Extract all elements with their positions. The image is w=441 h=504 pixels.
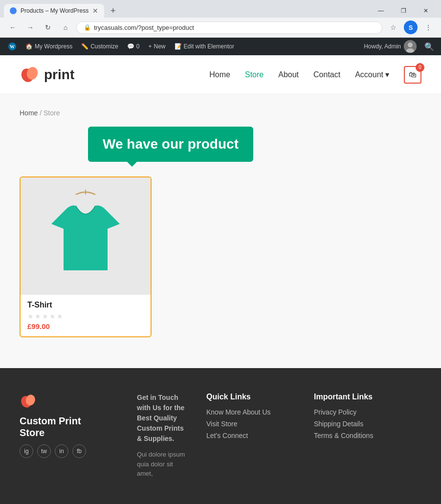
tab-close-button[interactable]: ✕ [92, 7, 98, 15]
social-twitter-button[interactable]: tw [37, 444, 51, 458]
star-1: ★ [27, 312, 34, 320]
tshirt-svg [42, 187, 130, 285]
footer-description: Qui dolore ipsum quia dolor sit amet, [137, 450, 187, 479]
social-linkedin-button[interactable]: in [55, 444, 68, 458]
bookmark-button[interactable]: ☆ [386, 21, 400, 34]
address-text: trycasuals.com/?post_type=product [94, 24, 375, 31]
back-button[interactable]: ← [6, 21, 20, 34]
product-card[interactable]: T-Shirt ★ ★ ★ ★ ★ £99.00 [20, 176, 152, 337]
wp-home-icon: 🏠 [25, 43, 33, 50]
star-2: ★ [35, 312, 41, 320]
wp-edit-link[interactable]: 📝 Edit with Elementor [171, 38, 238, 55]
footer-grid: Custom PrintStore ig tw in fb Get in Tou… [20, 393, 421, 479]
footer-tagline: Get in Touch with Us for the Best Qualit… [137, 393, 187, 444]
footer-link-shipping[interactable]: Shipping Details [314, 420, 421, 428]
restore-button[interactable]: ❐ [392, 4, 415, 18]
breadcrumb: Home / Store [20, 109, 421, 117]
footer-important-links-col: Important Links Privacy Policy Shipping … [314, 393, 421, 479]
forward-button[interactable]: → [23, 21, 37, 34]
wp-howdy-button[interactable]: Howdy, Admin [360, 40, 420, 53]
home-nav-button[interactable]: ⌂ [59, 21, 72, 34]
window-controls: — ❐ ✕ [370, 4, 437, 18]
nav-about[interactable]: About [278, 70, 299, 79]
breadcrumb-home[interactable]: Home [20, 109, 38, 117]
refresh-button[interactable]: ↻ [41, 21, 55, 34]
footer-brand-name: Custom PrintStore [20, 415, 117, 438]
footer-quick-links-col: Quick Links Know More About Us Visit Sto… [206, 393, 294, 479]
nav-account[interactable]: Account ▾ [355, 70, 389, 79]
browser-tab[interactable]: Products – My WordPress ✕ [4, 4, 104, 18]
star-5: ★ [57, 312, 63, 320]
footer-logo [20, 393, 117, 410]
footer-social: ig tw in fb [20, 444, 117, 458]
logo-icon [20, 65, 40, 85]
address-bar: ← → ↻ ⌂ 🔒 trycasuals.com/?post_type=prod… [0, 18, 441, 37]
social-instagram-button[interactable]: ig [20, 444, 33, 458]
wp-search-button[interactable]: 🔍 [421, 39, 437, 54]
main-content: Home / Store We have our product [0, 94, 441, 368]
account-chevron-icon: ▾ [385, 70, 389, 79]
new-tab-button[interactable]: + [106, 4, 120, 18]
footer-brand: Custom PrintStore ig tw in fb [20, 393, 117, 479]
product-info: T-Shirt ★ ★ ★ ★ ★ £99.00 [21, 295, 151, 336]
breadcrumb-store: Store [44, 109, 60, 117]
wp-logo-button[interactable]: W [4, 38, 21, 55]
tab-title: Products – My WordPress [21, 7, 88, 14]
howdy-text: Howdy, Admin [364, 43, 401, 50]
address-input[interactable]: 🔒 trycasuals.com/?post_type=product [76, 22, 382, 34]
footer-link-terms[interactable]: Terms & Conditions [314, 432, 421, 439]
star-rating: ★ ★ ★ ★ ★ [27, 312, 144, 320]
wp-comment-icon: 💬 [127, 43, 134, 50]
nav-account-label: Account [355, 70, 383, 79]
site-navigation: Home Store About Contact Account ▾ 🛍 0 [209, 66, 421, 84]
nav-home[interactable]: Home [209, 70, 230, 79]
wp-comments-link[interactable]: 💬 0 [123, 38, 144, 55]
admin-avatar [404, 40, 417, 53]
footer-link-know-more[interactable]: Know More About Us [206, 408, 294, 416]
cart-button[interactable]: 🛍 0 [404, 66, 421, 84]
wp-customize-link[interactable]: ✏️ Customize [77, 38, 122, 55]
cart-count: 0 [416, 63, 424, 72]
wp-my-wordpress-link[interactable]: 🏠 My Wordpress [22, 38, 76, 55]
wp-elementor-icon: 📝 [175, 43, 182, 50]
tab-favicon [10, 7, 17, 14]
close-button[interactable]: ✕ [415, 4, 437, 18]
footer-logo-icon [20, 393, 37, 410]
wp-admin-bar: W 🏠 My Wordpress ✏️ Customize 💬 0 + New … [0, 38, 441, 55]
site-logo[interactable]: print [20, 65, 74, 85]
wp-new-link[interactable]: + New [145, 38, 170, 55]
profile-button[interactable]: S [404, 21, 418, 34]
minimize-button[interactable]: — [370, 4, 392, 18]
banner-text: We have our product [103, 136, 239, 152]
star-3: ★ [42, 312, 48, 320]
breadcrumb-separator: / [40, 109, 44, 117]
footer-quick-links-title: Quick Links [206, 393, 294, 401]
footer-important-links-title: Important Links [314, 393, 421, 401]
svg-point-3 [408, 43, 413, 47]
star-4: ★ [49, 312, 56, 320]
social-facebook-button[interactable]: fb [72, 444, 86, 458]
browser-menu-button[interactable]: ⋮ [421, 21, 435, 34]
footer-link-visit-store[interactable]: Visit Store [206, 420, 294, 428]
tooltip-banner: We have our product [88, 127, 253, 162]
lock-icon: 🔒 [84, 24, 91, 31]
product-image [21, 177, 151, 295]
product-name: T-Shirt [27, 301, 144, 309]
footer-contact-col: Get in Touch with Us for the Best Qualit… [137, 393, 187, 479]
tab-bar: Products – My WordPress ✕ + — ❐ ✕ [0, 0, 441, 18]
nav-store[interactable]: Store [245, 70, 264, 79]
cart-icon: 🛍 [409, 70, 417, 79]
footer-link-connect[interactable]: Let's Connect [206, 432, 294, 439]
nav-contact[interactable]: Contact [313, 70, 340, 79]
site-header: print Home Store About Contact Account ▾… [0, 55, 441, 94]
footer-link-privacy[interactable]: Privacy Policy [314, 408, 421, 416]
logo-text: print [44, 67, 74, 83]
site-footer: Custom PrintStore ig tw in fb Get in Tou… [0, 368, 441, 504]
wp-logo-icon: W [8, 42, 17, 51]
product-grid: T-Shirt ★ ★ ★ ★ ★ £99.00 [20, 176, 421, 337]
svg-text:W: W [10, 44, 15, 49]
browser-chrome: Products – My WordPress ✕ + — ❐ ✕ ← → ↻ … [0, 0, 441, 38]
product-price: £99.00 [27, 322, 144, 330]
wp-customize-icon: ✏️ [81, 43, 88, 50]
wp-new-icon: + [149, 43, 152, 50]
